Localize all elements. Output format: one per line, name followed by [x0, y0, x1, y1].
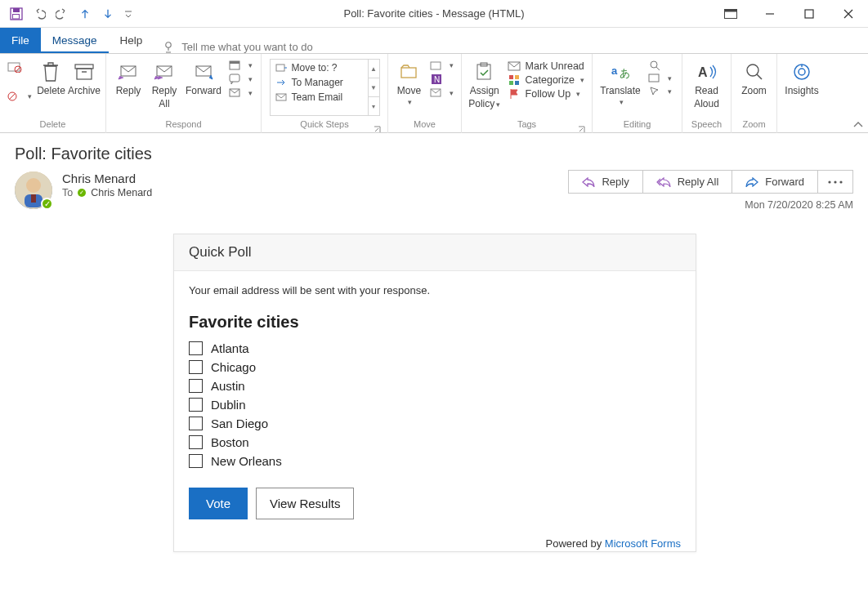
reply-button[interactable]: Reply: [111, 57, 145, 96]
group-zoom: Zoom: [736, 118, 772, 133]
next-item-icon[interactable]: [98, 4, 118, 24]
svg-rect-4: [725, 10, 737, 12]
quickstep-teamemail[interactable]: Team Email: [271, 90, 368, 105]
collapse-ribbon-icon[interactable]: [853, 119, 863, 131]
view-results-button[interactable]: View Results: [256, 488, 354, 519]
quickstep-more-icon[interactable]: ▾: [369, 97, 379, 115]
redo-icon[interactable]: [52, 4, 72, 24]
svg-point-39: [651, 61, 657, 68]
minimize-icon[interactable]: [750, 0, 790, 28]
microsoft-forms-link[interactable]: Microsoft Forms: [605, 537, 681, 550]
group-editing: Editing: [597, 118, 677, 133]
followup-button[interactable]: Follow Up▾: [504, 87, 587, 100]
archive-button[interactable]: Archive: [68, 57, 101, 96]
header-forward-button[interactable]: Forward: [732, 170, 818, 194]
insights-button[interactable]: Insights: [782, 57, 821, 96]
zoom-button[interactable]: Zoom: [736, 57, 772, 96]
qat-customize-icon[interactable]: [121, 4, 136, 24]
svg-text:A: A: [698, 65, 708, 79]
group-delete: Delete: [5, 118, 101, 133]
vote-button[interactable]: Vote: [189, 488, 248, 519]
group-quicksteps: Quick Steps: [266, 118, 383, 133]
undo-icon[interactable]: [29, 4, 49, 24]
poll-option[interactable]: Boston: [189, 435, 681, 449]
poll-option[interactable]: Dublin: [189, 398, 681, 412]
quickstep-tomanager[interactable]: To Manager: [271, 75, 368, 90]
poll-question: Favorite cities: [189, 313, 681, 332]
tab-message[interactable]: Message: [41, 27, 109, 53]
svg-rect-21: [230, 74, 239, 82]
svg-rect-33: [509, 75, 513, 79]
sender-name: Chris Menard: [62, 172, 152, 185]
related-icon[interactable]: ▾: [645, 73, 674, 84]
meeting-icon[interactable]: ▾: [226, 59, 255, 72]
svg-rect-13: [75, 65, 93, 69]
svg-rect-50: [31, 194, 36, 203]
tags-launcher-icon[interactable]: [577, 124, 585, 132]
svg-text:a: a: [611, 65, 618, 77]
quickstep-down-icon[interactable]: ▼: [369, 78, 379, 97]
to-label: To: [62, 187, 73, 198]
svg-point-43: [747, 65, 758, 76]
checkbox-icon[interactable]: [189, 341, 203, 355]
save-icon[interactable]: [7, 4, 26, 24]
reply-all-button[interactable]: Reply All: [147, 57, 181, 110]
categorize-button[interactable]: Categorize▾: [504, 74, 587, 87]
poll-option[interactable]: San Diego: [189, 417, 681, 430]
read-aloud-button[interactable]: A Read Aloud: [687, 57, 726, 110]
message-date: Mon 7/20/2020 8:25 AM: [745, 199, 853, 211]
group-move: Move: [393, 118, 456, 133]
checkbox-icon[interactable]: [189, 454, 203, 468]
close-icon[interactable]: [829, 0, 868, 28]
move-button[interactable]: Move ▾: [393, 57, 425, 107]
quickstep-moveto[interactable]: Move to: ?: [271, 60, 368, 75]
tell-me-search[interactable]: Tell me what you want to do: [154, 40, 320, 53]
svg-rect-26: [431, 62, 441, 69]
assign-policy-button[interactable]: Assign Policy▾: [467, 57, 503, 110]
recipient-presence-icon: ✓: [78, 189, 86, 197]
maximize-icon[interactable]: [790, 0, 829, 28]
poll-option[interactable]: New Orleans: [189, 454, 681, 468]
rules-icon[interactable]: ▾: [427, 59, 456, 72]
svg-point-51: [828, 180, 830, 183]
tell-me-label: Tell me what you want to do: [181, 41, 312, 53]
delete-button[interactable]: Delete: [36, 57, 66, 96]
svg-rect-23: [276, 65, 284, 71]
checkbox-icon[interactable]: [189, 398, 203, 412]
svg-rect-2: [13, 14, 20, 19]
ignore-icon[interactable]: [5, 60, 34, 74]
tab-help[interactable]: Help: [109, 27, 154, 53]
translate-button[interactable]: aあ Translate ▾: [597, 57, 643, 107]
quicksteps-launcher-icon[interactable]: [373, 124, 381, 132]
quickstep-up-icon[interactable]: ▲: [369, 60, 379, 78]
poll-option[interactable]: Chicago: [189, 360, 681, 374]
checkbox-icon[interactable]: [189, 360, 203, 374]
more-respond-icon[interactable]: ▾: [226, 87, 255, 100]
svg-text:あ: あ: [620, 67, 630, 79]
poll-option[interactable]: Atlanta: [189, 341, 681, 355]
poll-footer-text: Powered by: [546, 537, 605, 550]
tab-file[interactable]: File: [0, 27, 41, 53]
forward-button[interactable]: Forward: [183, 57, 224, 96]
checkbox-icon[interactable]: [189, 435, 203, 449]
checkbox-icon[interactable]: [189, 417, 203, 430]
poll-option[interactable]: Austin: [189, 379, 681, 393]
svg-rect-35: [509, 81, 513, 85]
checkbox-icon[interactable]: [189, 379, 203, 393]
im-icon[interactable]: ▾: [226, 73, 255, 86]
mark-unread-button[interactable]: Mark Unread: [504, 60, 587, 73]
onenote-icon[interactable]: N: [427, 73, 456, 86]
header-replyall-button[interactable]: Reply All: [643, 170, 733, 194]
poll-note: Your email address will be sent with you…: [189, 284, 681, 296]
select-icon[interactable]: ▾: [645, 85, 674, 98]
ribbon-display-icon[interactable]: [711, 0, 750, 28]
junk-icon[interactable]: ▾: [5, 90, 34, 103]
find-icon[interactable]: [645, 59, 674, 72]
sender-avatar[interactable]: ✓: [15, 172, 52, 209]
header-reply-button[interactable]: Reply: [568, 170, 642, 194]
prev-item-icon[interactable]: [75, 4, 95, 24]
actions-icon[interactable]: ▾: [427, 87, 456, 100]
header-more-button[interactable]: [818, 170, 853, 194]
group-respond: Respond: [111, 118, 256, 133]
group-tags: Tags: [467, 118, 587, 133]
